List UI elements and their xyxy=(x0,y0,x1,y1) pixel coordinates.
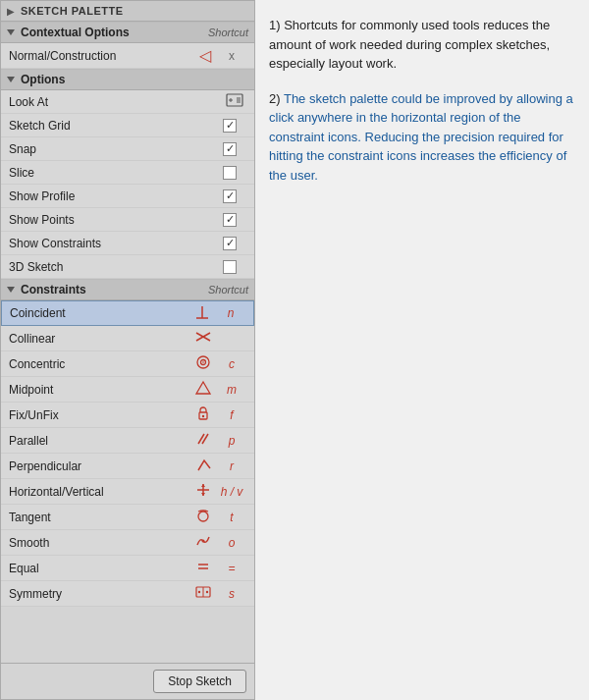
equal-shortcut: = xyxy=(217,562,246,575)
symmetry-icon xyxy=(189,584,217,603)
paragraph-2-prefix: 2) xyxy=(269,91,284,106)
panel-header: ▶ SKETCH PALETTE xyxy=(1,1,254,22)
3d-sketch-label: 3D Sketch xyxy=(9,260,223,274)
show-constraints-label: Show Constraints xyxy=(9,237,223,250)
coincident-label: Coincident xyxy=(10,306,188,320)
constraints-triangle-icon xyxy=(7,287,15,293)
concentric-row[interactable]: Concentric c xyxy=(1,351,254,377)
horizontal-vertical-icon xyxy=(189,482,217,501)
contextual-shortcut-label: Shortcut xyxy=(208,27,248,38)
normal-construction-label: Normal/Construction xyxy=(9,49,193,63)
symmetry-label: Symmetry xyxy=(9,587,189,601)
show-constraints-checkbox[interactable] xyxy=(223,237,237,250)
fix-unfix-label: Fix/UnFix xyxy=(9,408,189,422)
normal-construction-icon: ◁ xyxy=(193,46,217,65)
slice-label: Slice xyxy=(9,166,223,180)
sketch-grid-checkbox[interactable] xyxy=(223,119,237,133)
parallel-shortcut: p xyxy=(217,434,246,448)
look-at-row[interactable]: Look At xyxy=(1,90,254,114)
midpoint-label: Midpoint xyxy=(9,383,189,397)
slice-checkbox-icon[interactable] xyxy=(223,166,246,180)
tangent-label: Tangent xyxy=(9,511,189,524)
equal-label: Equal xyxy=(9,562,189,575)
sketch-palette-panel: ▶ SKETCH PALETTE Contextual Options Shor… xyxy=(0,0,255,700)
concentric-label: Concentric xyxy=(9,357,189,371)
perpendicular-row[interactable]: Perpendicular r xyxy=(1,454,254,479)
tangent-row[interactable]: Tangent t xyxy=(1,505,254,530)
svg-point-12 xyxy=(202,361,204,363)
panel-header-title: SKETCH PALETTE xyxy=(21,5,124,17)
perpendicular-label: Perpendicular xyxy=(9,459,189,473)
svg-point-22 xyxy=(198,512,208,521)
tangent-icon xyxy=(189,508,217,526)
horizontal-vertical-row[interactable]: Horizontal/Vertical h / v xyxy=(1,479,254,505)
normal-construction-row[interactable]: Normal/Construction ◁ x xyxy=(1,43,254,69)
svg-point-15 xyxy=(202,415,204,417)
options-label: Options xyxy=(7,73,65,86)
sketch-grid-checkbox-icon[interactable] xyxy=(223,119,246,133)
right-panel: 1) Shortcuts for commonly used tools red… xyxy=(255,0,589,700)
show-constraints-checkbox-icon[interactable] xyxy=(223,237,246,250)
show-profile-checkbox[interactable] xyxy=(223,189,237,203)
look-at-label: Look At xyxy=(9,95,223,109)
svg-point-23 xyxy=(202,540,205,543)
svg-marker-21 xyxy=(201,493,205,496)
smooth-label: Smooth xyxy=(9,536,189,550)
midpoint-icon xyxy=(189,380,217,399)
stop-sketch-row: Stop Sketch xyxy=(1,663,254,699)
show-profile-checkbox-icon[interactable] xyxy=(223,189,246,203)
snap-row[interactable]: Snap xyxy=(1,137,254,161)
svg-marker-20 xyxy=(201,484,205,487)
show-points-row[interactable]: Show Points xyxy=(1,208,254,232)
symmetry-row[interactable]: Symmetry s xyxy=(1,581,254,607)
sketch-grid-label: Sketch Grid xyxy=(9,119,223,133)
midpoint-row[interactable]: Midpoint m xyxy=(1,377,254,403)
horizontal-vertical-label: Horizontal/Vertical xyxy=(9,485,189,499)
constraints-label: Constraints xyxy=(7,283,86,296)
equal-row[interactable]: Equal = xyxy=(1,556,254,581)
parallel-row[interactable]: Parallel p xyxy=(1,428,254,454)
snap-checkbox-icon[interactable] xyxy=(223,142,246,156)
show-points-label: Show Points xyxy=(9,213,223,227)
coincident-icon xyxy=(188,304,216,323)
slice-checkbox[interactable] xyxy=(223,166,237,180)
midpoint-shortcut: m xyxy=(217,383,246,397)
normal-construction-shortcut: x xyxy=(217,49,246,63)
perpendicular-shortcut: r xyxy=(217,459,246,473)
paragraph-2: 2) The sketch palette could be improved … xyxy=(269,89,575,186)
panel-header-icon: ▶ xyxy=(7,6,15,17)
options-triangle-icon xyxy=(7,77,15,82)
contextual-options-label: Contextual Options xyxy=(7,26,130,39)
look-at-icon xyxy=(223,93,246,110)
show-profile-label: Show Profile xyxy=(9,189,223,203)
stop-sketch-button[interactable]: Stop Sketch xyxy=(153,670,246,693)
show-points-checkbox-icon[interactable] xyxy=(223,213,246,227)
collinear-row[interactable]: Collinear xyxy=(1,326,254,351)
3d-sketch-checkbox[interactable] xyxy=(223,260,237,274)
3d-sketch-checkbox-icon[interactable] xyxy=(223,260,246,274)
collapse-triangle-icon xyxy=(7,29,15,35)
concentric-icon xyxy=(189,354,217,373)
show-points-checkbox[interactable] xyxy=(223,213,237,227)
slice-row[interactable]: Slice xyxy=(1,161,254,185)
show-constraints-row[interactable]: Show Constraints xyxy=(1,232,254,255)
fix-unfix-row[interactable]: Fix/UnFix f xyxy=(1,403,254,428)
contextual-options-header: Contextual Options Shortcut xyxy=(1,22,254,43)
show-profile-row[interactable]: Show Profile xyxy=(1,185,254,208)
3d-sketch-row[interactable]: 3D Sketch xyxy=(1,255,254,279)
paragraph-2-text: 2) The sketch palette could be improved … xyxy=(269,89,575,186)
snap-checkbox[interactable] xyxy=(223,142,237,156)
svg-point-28 xyxy=(198,591,200,593)
fix-unfix-shortcut: f xyxy=(217,408,246,422)
perpendicular-icon xyxy=(189,457,217,475)
paragraph-1-prefix: 1) xyxy=(269,18,284,32)
paragraph-1-text: 1) Shortcuts for commonly used tools red… xyxy=(269,16,575,74)
fix-unfix-icon xyxy=(189,405,217,424)
sketch-grid-row[interactable]: Sketch Grid xyxy=(1,114,254,137)
equal-icon xyxy=(189,559,217,577)
coincident-row[interactable]: Coincident n xyxy=(1,300,254,326)
smooth-row[interactable]: Smooth o xyxy=(1,530,254,556)
svg-marker-13 xyxy=(196,382,210,394)
paragraph-1-content: Shortcuts for commonly used tools reduce… xyxy=(269,18,550,71)
smooth-shortcut: o xyxy=(217,536,246,550)
